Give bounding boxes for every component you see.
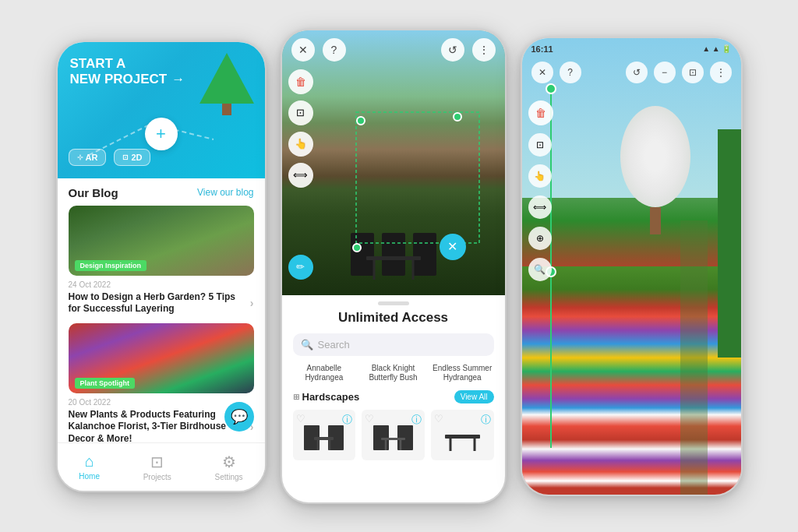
p3-minus-button[interactable]: −	[654, 62, 676, 83]
p2-help-button[interactable]: ?	[323, 38, 346, 62]
p2-flip-button[interactable]: ⟺	[288, 163, 313, 188]
p2-section-header: ⊞ Hardscapes View All	[293, 390, 494, 403]
p2-product-2-info-icon[interactable]: ⓘ	[411, 413, 422, 427]
p3-trash-button[interactable]: 🗑	[528, 100, 553, 125]
search-icon: 🔍	[301, 339, 313, 351]
p1-ar-2d: ⊹ AR ⊡ 2D	[69, 149, 151, 166]
p2-toolbar-top: ✕ ? ↺ ⋮	[282, 30, 505, 69]
nav-home[interactable]: ⌂ Home	[79, 453, 100, 481]
p2-view-all-button[interactable]: View All	[454, 390, 494, 403]
phone-2: ✕ ✕ ? ↺ ⋮ 🗑 ⊡ 👆	[281, 29, 507, 504]
chat-button[interactable]: 💬	[224, 402, 254, 432]
svg-rect-6	[366, 256, 421, 260]
p3-signal-icons: ▲ ▲ 🔋	[702, 44, 731, 54]
p2-more-button[interactable]: ⋮	[472, 38, 496, 62]
p3-flip-button[interactable]: ⟺	[528, 196, 552, 219]
p3-toolbar-right: ↺ − ⊡ ⋮	[626, 62, 732, 83]
p2-side-toolbar: 🗑 ⊡ 👆 ⟺	[288, 69, 313, 188]
p3-gesture-button[interactable]: 👆	[528, 164, 552, 188]
svg-rect-24	[445, 435, 480, 439]
p2-toolbar-left: ✕ ?	[291, 38, 346, 62]
p2-product-2-actions: ♡ ⓘ	[365, 413, 422, 427]
phone-3: 16:11 ▲ ▲ 🔋 ✕ ? ↺ − ⊡ ⋮	[521, 37, 743, 496]
blog-section-title: Our Blog	[69, 186, 118, 199]
post-1-badge: Design Inspiration	[75, 260, 147, 271]
p1-header: START A NEW PROJECT → ⊹ AR ⊡ 2D +	[58, 42, 265, 178]
p2-cat-blackknight[interactable]: Black KnightButterfly Bush	[362, 364, 425, 382]
p2-cat-endless[interactable]: Endless SummerHydrangea	[431, 364, 494, 382]
post-2-date: 20 Oct 2022	[69, 398, 254, 407]
screenshot-container: START A NEW PROJECT → ⊹ AR ⊡ 2D +	[0, 0, 798, 532]
ar-close-selection-button[interactable]: ✕	[440, 234, 466, 260]
p2-drag-handle[interactable]	[378, 301, 409, 305]
p2-product-2-heart-icon[interactable]: ♡	[365, 413, 374, 427]
svg-rect-9	[356, 112, 479, 243]
p2-panel-title: Unlimited Access	[293, 310, 494, 326]
p2-gesture-button[interactable]: 👆	[288, 132, 313, 157]
p2-search-placeholder: Search	[318, 339, 350, 351]
p3-side-toolbar: 🗑 ⊡ 👆 ⟺ ⊕ 🔍	[528, 100, 553, 281]
p3-status-bar: 16:11 ▲ ▲ 🔋	[531, 44, 732, 54]
home-icon: ⌂	[85, 453, 94, 470]
p2-product-1-actions: ♡ ⓘ	[296, 413, 353, 427]
p2-quick-categories: AnnabelleHydrangea Black KnightButterfly…	[293, 364, 494, 382]
post-2-image: Plant Spotlight	[69, 323, 254, 393]
p2-cat-annabelle[interactable]: AnnabelleHydrangea	[293, 364, 356, 382]
p2-product-1-info-icon[interactable]: ⓘ	[342, 413, 352, 427]
p3-copy-button[interactable]: ⊡	[682, 62, 704, 83]
p3-undo-button[interactable]: ↺	[626, 62, 648, 83]
p3-search-button[interactable]: 🔍	[528, 258, 552, 281]
p2-ar-view: ✕ ✕ ? ↺ ⋮ 🗑 ⊡ 👆	[282, 30, 505, 295]
p3-more-button[interactable]: ⋮	[710, 62, 732, 83]
p3-toolbar-top: ✕ ? ↺ − ⊡ ⋮	[522, 57, 741, 88]
p3-ar-view: 16:11 ▲ ▲ 🔋 ✕ ? ↺ − ⊡ ⋮	[522, 38, 741, 495]
p2-close-button[interactable]: ✕	[291, 38, 315, 62]
p2-search-bar[interactable]: 🔍 Search	[293, 333, 494, 356]
p2-bottom-panel: Unlimited Access 🔍 Search AnnabelleHydra…	[282, 301, 505, 471]
p1-blog-header: Our Blog View our blog	[69, 186, 254, 199]
blog-post-2[interactable]: Plant Spotlight 20 Oct 2022 New Plants &…	[69, 323, 254, 446]
p2-undo-button[interactable]: ↺	[441, 38, 464, 62]
post-2-badge: Plant Spotlight	[75, 378, 136, 389]
nav-settings[interactable]: ⚙ Settings	[214, 453, 242, 481]
post-1-chevron-icon: ›	[250, 296, 254, 310]
ar-background: ✕	[282, 30, 505, 295]
svg-rect-14	[314, 437, 334, 440]
ar-selection-box	[355, 111, 480, 244]
post-1-date: 24 Oct 2022	[69, 280, 254, 289]
projects-icon: ⊡	[150, 453, 164, 471]
p3-ar-background	[522, 38, 741, 495]
add-project-button[interactable]: +	[145, 118, 178, 150]
p2-toolbar-right: ↺ ⋮	[441, 38, 496, 62]
p2-product-3-info-icon[interactable]: ⓘ	[481, 413, 491, 427]
p2-hardscapes-title: ⊞ Hardscapes	[293, 391, 360, 403]
p2-product-1[interactable]: ♡ ⓘ	[293, 410, 356, 463]
tree-decoration	[200, 53, 254, 119]
svg-rect-21	[381, 438, 405, 440]
blog-post-1[interactable]: Design Inspiration 24 Oct 2022 How to De…	[69, 206, 254, 315]
p2-copy-button[interactable]: ⊡	[288, 100, 313, 125]
p3-help-button[interactable]: ?	[560, 62, 581, 83]
post-1-headline[interactable]: How to Design a Herb Garden? 5 Tips for …	[69, 291, 254, 315]
post-1-image: Design Inspiration	[69, 206, 254, 276]
phone-1: START A NEW PROJECT → ⊹ AR ⊡ 2D +	[56, 41, 267, 492]
p3-time: 16:11	[531, 44, 553, 54]
p3-layers-button[interactable]: ⊕	[528, 227, 552, 250]
p1-bottom-nav: ⌂ Home ⊡ Projects ⚙ Settings	[58, 442, 265, 491]
p2-edit-button[interactable]: ✏	[288, 255, 313, 280]
p2-product-3-actions: ♡ ⓘ	[434, 413, 491, 427]
p2-trash-button[interactable]: 🗑	[288, 69, 313, 94]
ar-mode-button[interactable]: ⊹ AR	[69, 149, 107, 166]
settings-icon: ⚙	[222, 453, 236, 471]
p2-product-2[interactable]: ♡ ⓘ	[362, 410, 425, 463]
nav-projects[interactable]: ⊡ Projects	[143, 453, 171, 481]
p2-product-3[interactable]: ♡ ⓘ	[431, 410, 494, 463]
p2-product-3-heart-icon[interactable]: ♡	[434, 413, 443, 427]
2d-mode-button[interactable]: ⊡ 2D	[114, 149, 150, 166]
p3-copy-button-side[interactable]: ⊡	[528, 133, 552, 157]
p3-toolbar-left: ✕ ?	[531, 62, 581, 83]
p2-product-1-heart-icon[interactable]: ♡	[296, 413, 305, 427]
p2-products-row: ♡ ⓘ	[293, 410, 494, 463]
view-blog-link[interactable]: View our blog	[197, 187, 254, 198]
p3-close-button[interactable]: ✕	[531, 62, 553, 83]
